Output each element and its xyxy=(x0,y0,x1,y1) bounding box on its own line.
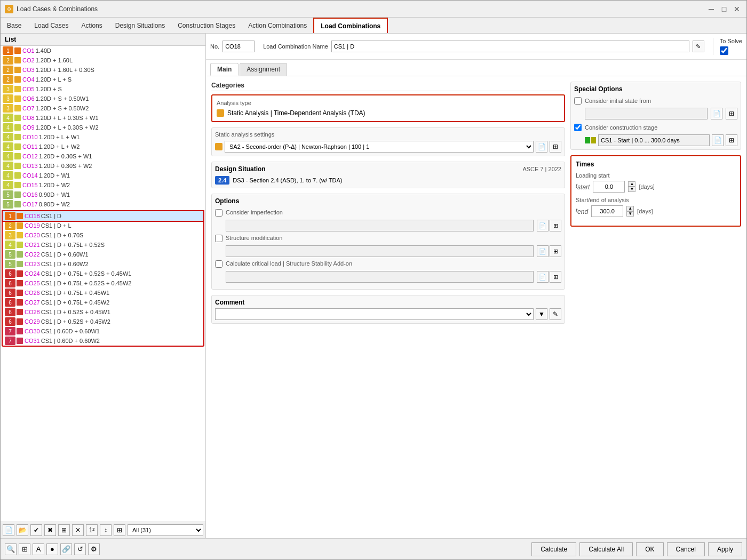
initial-state-copy-btn[interactable]: ⊞ xyxy=(726,108,737,119)
sa-select[interactable]: SA2 - Second-order (P-Δ) | Newton-Raphso… xyxy=(225,141,534,153)
filter-select[interactable]: All (31) xyxy=(128,524,203,536)
list-item[interactable]: 6CO27CS1 | D + 0.75L + 0.45W2 xyxy=(3,298,203,307)
t-end-up[interactable]: ▲ xyxy=(626,206,634,211)
list-item[interactable]: 4CO21CS1 | D + 0.75L + 0.52S xyxy=(3,240,203,250)
rotate-button[interactable]: ↺ xyxy=(74,543,86,555)
link-button[interactable]: 🔗 xyxy=(60,543,72,555)
name-edit-button[interactable]: ✎ xyxy=(693,41,704,52)
check-button[interactable]: ✔ xyxy=(30,524,42,536)
settings-button[interactable]: ⚙ xyxy=(88,543,100,555)
structure-mod-new-btn[interactable]: 📄 xyxy=(537,245,549,257)
imperfection-checkbox[interactable] xyxy=(215,209,222,217)
maximize-button[interactable]: □ xyxy=(719,4,729,14)
grid-button[interactable]: ⊞ xyxy=(114,524,125,536)
list-item[interactable]: 6CO25CS1 | D + 0.75L + 0.52S + 0.45W2 xyxy=(3,278,203,288)
cs-value-input[interactable] xyxy=(598,134,710,146)
sa-new-button[interactable]: 📄 xyxy=(536,141,547,153)
structure-mod-copy-btn[interactable]: ⊞ xyxy=(550,245,561,257)
sa-copy-button[interactable]: ⊞ xyxy=(550,141,561,153)
open-button[interactable]: 📂 xyxy=(17,524,28,536)
construction-stage-checkbox[interactable] xyxy=(574,124,582,131)
initial-state-new-btn[interactable]: 📄 xyxy=(711,108,722,119)
text-button[interactable]: A xyxy=(33,543,44,555)
menu-actions[interactable]: Actions xyxy=(75,18,108,33)
menu-construction-stages[interactable]: Construction Stages xyxy=(171,18,242,33)
imperfection-new-btn[interactable]: 📄 xyxy=(537,220,549,231)
list-item[interactable]: 5CO22CS1 | D + 0.60W1 xyxy=(3,250,203,259)
uncheck-button[interactable]: ✖ xyxy=(44,524,56,536)
menu-load-combinations[interactable]: Load Combinations xyxy=(313,18,388,33)
list-item[interactable]: 6CO29CS1 | D + 0.52S + 0.45W2 xyxy=(3,317,203,326)
critical-load-input[interactable] xyxy=(226,271,534,283)
cs-new-btn[interactable]: 📄 xyxy=(712,134,724,146)
apply-button[interactable]: Apply xyxy=(708,542,742,556)
t-start-down[interactable]: ▼ xyxy=(628,187,635,192)
close-button[interactable]: ✕ xyxy=(732,4,742,14)
t-start-input[interactable] xyxy=(593,181,625,193)
list-item[interactable]: 4CO151.20D + W2 xyxy=(1,180,205,190)
list-item[interactable]: 2CO31.20D + 1.60L + 0.30S xyxy=(1,65,205,75)
list-item[interactable]: 3CO61.20D + S + 0.50W1 xyxy=(1,94,205,103)
critical-load-new-btn[interactable]: 📄 xyxy=(537,271,549,283)
tab-assignment[interactable]: Assignment xyxy=(240,63,287,76)
list-item[interactable]: 5CO23CS1 | D + 0.60W2 xyxy=(3,259,203,269)
menu-base[interactable]: Base xyxy=(1,18,28,33)
list-item[interactable]: 5CO160.90D + W1 xyxy=(1,190,205,199)
list-item[interactable]: 2CO21.20D + 1.60L xyxy=(1,55,205,65)
structure-mod-checkbox[interactable] xyxy=(215,235,222,242)
list-item[interactable]: 5CO170.90D + W2 xyxy=(1,199,205,209)
numbering-button[interactable]: 1² xyxy=(86,524,98,536)
comment-select[interactable] xyxy=(215,308,534,320)
calculate-button[interactable]: Calculate xyxy=(531,542,576,556)
list-item[interactable]: 6CO26CS1 | D + 0.75L + 0.45W1 xyxy=(3,288,203,298)
point-button[interactable]: ● xyxy=(46,543,58,555)
new-button[interactable]: 📄 xyxy=(3,524,14,536)
ok-button[interactable]: OK xyxy=(636,542,663,556)
search-button[interactable]: 🔍 xyxy=(5,543,17,555)
list-item[interactable]: 1CO18CS1 | D xyxy=(3,211,203,221)
list-item[interactable]: 4CO141.20D + W1 xyxy=(1,171,205,180)
list-item[interactable]: 3CO51.20D + S xyxy=(1,84,205,94)
list-item[interactable]: 4CO121.20D + 0.30S + W1 xyxy=(1,151,205,161)
critical-load-checkbox[interactable] xyxy=(215,260,222,268)
t-end-down[interactable]: ▼ xyxy=(626,211,634,217)
imperfection-input[interactable] xyxy=(226,220,534,231)
delete-button[interactable]: ✕ xyxy=(72,524,84,536)
list-item[interactable]: 6CO24CS1 | D + 0.75L + 0.52S + 0.45W1 xyxy=(3,269,203,278)
menu-action-combinations[interactable]: Action Combinations xyxy=(242,18,313,33)
list-item[interactable]: 1CO11.40D xyxy=(1,46,205,55)
copy-button[interactable]: ⊞ xyxy=(58,524,70,536)
critical-load-copy-btn[interactable]: ⊞ xyxy=(550,271,561,283)
cs-copy-btn[interactable]: ⊞ xyxy=(726,134,737,146)
list-item[interactable]: 2CO41.20D + L + S xyxy=(1,75,205,84)
list-item[interactable]: 4CO111.20D + L + W2 xyxy=(1,142,205,151)
comment-btn[interactable]: ▼ xyxy=(536,308,547,320)
list-item[interactable]: 6CO28CS1 | D + 0.52S + 0.45W1 xyxy=(3,307,203,317)
t-end-input[interactable] xyxy=(591,205,623,217)
initial-state-checkbox[interactable] xyxy=(574,97,582,105)
list-item[interactable]: 4CO101.20D + L + W1 xyxy=(1,132,205,142)
list-item[interactable]: 4CO91.20D + L + 0.30S + W2 xyxy=(1,123,205,132)
structure-mod-input[interactable] xyxy=(226,245,534,257)
list-item[interactable]: 4CO81.20D + L + 0.30S + W1 xyxy=(1,113,205,123)
tab-main[interactable]: Main xyxy=(210,63,239,76)
menu-design-situations[interactable]: Design Situations xyxy=(109,18,171,33)
calculate-all-button[interactable]: Calculate All xyxy=(579,542,633,556)
no-input[interactable] xyxy=(222,41,255,52)
list-item[interactable]: 7CO31CS1 | 0.60D + 0.60W2 xyxy=(3,336,203,346)
cancel-button[interactable]: Cancel xyxy=(667,542,705,556)
to-solve-checkbox[interactable] xyxy=(720,46,728,55)
imperfection-copy-btn[interactable]: ⊞ xyxy=(550,220,561,231)
coordinates-button[interactable]: ⊞ xyxy=(19,543,30,555)
list-item[interactable]: 2CO19CS1 | D + L xyxy=(3,221,203,230)
list-item[interactable]: 7CO30CS1 | 0.60D + 0.60W1 xyxy=(3,326,203,336)
t-start-up[interactable]: ▲ xyxy=(628,181,635,187)
sort-button[interactable]: ↕ xyxy=(100,524,112,536)
list-item[interactable]: 3CO71.20D + S + 0.50W2 xyxy=(1,103,205,113)
minimize-button[interactable]: ─ xyxy=(706,4,717,14)
list-item[interactable]: 3CO20CS1 | D + 0.70S xyxy=(3,230,203,240)
list-item[interactable]: 4CO131.20D + 0.30S + W2 xyxy=(1,161,205,171)
name-input[interactable] xyxy=(331,41,689,52)
menu-load-cases[interactable]: Load Cases xyxy=(28,18,75,33)
initial-state-input[interactable] xyxy=(585,108,708,119)
